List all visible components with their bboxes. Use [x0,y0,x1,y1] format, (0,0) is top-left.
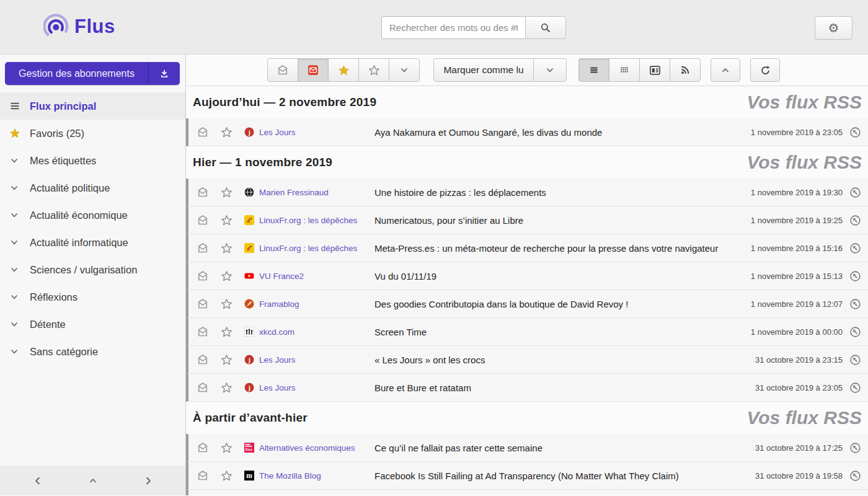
grid-view-button[interactable] [609,58,640,82]
open-original-button[interactable] [849,126,861,138]
feed-name-link[interactable]: Les Jours [259,383,374,392]
mark-read-button[interactable] [197,326,209,338]
open-original-button[interactable] [849,215,861,226]
feed-entry-row[interactable]: jLes JoursBure et Bure et ratatam31 octo… [186,374,868,402]
bookmark-star-button[interactable] [220,326,232,338]
bookmark-star-button[interactable] [220,270,232,282]
toolbar: Marquer comme lu [186,55,868,86]
sidebar-item-mes-tiquettes[interactable]: Mes étiquettes [0,147,185,174]
app-logo[interactable]: Flus [43,13,115,40]
manage-subscriptions-button[interactable]: Gestion des abonnements [5,62,180,85]
chevron-left-button[interactable] [25,468,50,493]
feed-entry-row[interactable]: EcoAlternatives économiquesCe qu’il ne f… [186,434,868,462]
mark-read-button[interactable] [197,214,209,226]
bookmark-star-button[interactable] [220,215,232,226]
feed-name-link[interactable]: VU France2 [259,272,374,281]
mark-read-button[interactable] [197,270,209,282]
open-original-button[interactable] [849,187,861,198]
import-export-button[interactable] [149,62,180,85]
feed-entry-row[interactable]: VU France2Vu du 01/11/191 novembre 2019 … [186,262,868,290]
feed-entry-row[interactable]: mThe Mozilla BlogFacebook and Google: Th… [186,490,868,495]
mark-read-button[interactable] [197,298,209,310]
feed-entry-row[interactable]: FramablogDes goodies Contributopia dans … [186,290,868,318]
envelope-open-icon [197,469,209,482]
sidebar-item-sans-cat-gorie[interactable]: Sans catégorie [0,338,185,365]
star-outline-filter-button[interactable] [358,58,389,82]
youtube-icon [244,271,254,281]
open-original-button[interactable] [849,242,861,254]
feed-name-link[interactable]: Alternatives économiques [259,443,374,453]
sidebar-item-sciences-vulgarisation[interactable]: Sciences / vulgarisation [0,256,185,283]
feed-name-link[interactable]: The Mozilla Blog [259,471,374,480]
feed-name-link[interactable]: LinuxFr.org : les dépêches [259,216,374,225]
bookmark-star-button[interactable] [220,298,232,310]
feed-name-link[interactable]: LinuxFr.org : les dépêches [259,244,374,253]
chevron-down-filter-button[interactable] [389,58,420,82]
feed-name-link[interactable]: xkcd.com [259,327,374,337]
search-input[interactable] [381,16,525,39]
filter-group [267,58,420,82]
manage-subscriptions-label[interactable]: Gestion des abonnements [5,62,149,85]
search-button[interactable] [525,16,566,39]
mark-as-read-button[interactable]: Marquer comme lu [433,58,534,82]
feed-watermark: Vos flux RSS [746,93,863,112]
sidebar-item-actualit-politique[interactable]: Actualité politique [0,174,185,202]
feed-name-link[interactable]: Marien Fressinaud [259,188,374,197]
sidebar-item-actualit-conomique[interactable]: Actualité économique [0,202,185,229]
open-original-button[interactable] [849,382,861,394]
list-view-button[interactable] [578,58,609,82]
feed-entry-row[interactable]: jLes JoursAya Nakamura et Oumou Sangaré,… [186,118,868,146]
sidebar-item-favoris-25[interactable]: Favoris (25) [0,120,185,147]
star-icon [9,128,20,139]
feed-entry-row[interactable]: LinuxFr.org : les dépêchesNumericatous, … [186,206,868,234]
alter-eco-icon: Eco [244,443,254,453]
chevron-up-button[interactable] [81,468,105,493]
mark-read-button[interactable] [197,242,209,254]
mark-read-button[interactable] [197,353,209,366]
sidebar-item-actualit-informatique[interactable]: Actualité informatique [0,229,185,256]
envelope-open-icon [197,242,209,254]
bookmark-star-button[interactable] [220,442,232,454]
sidebar-item-flux-principal[interactable]: Flux principal [0,92,185,120]
feed-entry-row[interactable]: jLes Jours« Les Jours » ont les crocs31 … [186,346,868,374]
settings-button[interactable]: ⚙ [815,16,852,40]
feed-entry-row[interactable]: xkcd.comScreen Time1 novembre 2019 à 00:… [186,318,868,346]
sidebar-item-d-tente[interactable]: Détente [0,311,185,338]
star-filled-filter-button[interactable] [328,58,359,82]
feed-entry-row[interactable]: mThe Mozilla BlogFacebook Is Still Faili… [186,462,868,490]
sidebar-item-r-flexions[interactable]: Réflexions [0,283,185,311]
feed-name-link[interactable]: Les Jours [259,355,374,365]
bookmark-star-button[interactable] [220,126,232,138]
refresh-button[interactable] [750,58,780,82]
envelope-unread-filter-button[interactable] [298,58,329,82]
rss-view-button[interactable] [670,58,701,82]
open-original-button[interactable] [849,470,861,482]
reader-view-button[interactable] [639,58,670,82]
feed-entry-row[interactable]: LinuxFr.org : les dépêchesMeta-Press.es … [186,234,868,262]
open-original-button[interactable] [849,442,861,454]
feed-entry-row[interactable]: Marien FressinaudUne histoire de pizzas … [186,179,868,206]
mark-as-read-dropdown[interactable] [533,58,567,82]
open-original-button[interactable] [849,298,861,310]
entry-date: 1 novembre 2019 à 12:07 [751,299,843,309]
mark-read-button[interactable] [197,441,209,454]
envelope-open-filter-button[interactable] [267,58,298,82]
chevron-right-button[interactable] [136,468,161,493]
envelope-open-icon [277,64,289,76]
open-original-button[interactable] [849,354,861,366]
mark-read-button[interactable] [197,126,209,138]
feed-name-link[interactable]: Framablog [259,299,374,309]
scroll-top-button[interactable] [711,58,740,82]
open-original-button[interactable] [849,270,861,282]
open-original-button[interactable] [849,326,861,338]
bookmark-star-button[interactable] [220,187,232,198]
mark-read-button[interactable] [197,186,209,198]
download-icon [159,69,169,79]
feed-name-link[interactable]: Les Jours [259,128,374,137]
mark-read-button[interactable] [197,381,209,394]
bookmark-star-button[interactable] [220,354,232,366]
bookmark-star-button[interactable] [220,382,232,394]
mark-read-button[interactable] [197,469,209,482]
bookmark-star-button[interactable] [220,470,232,482]
bookmark-star-button[interactable] [220,242,232,254]
